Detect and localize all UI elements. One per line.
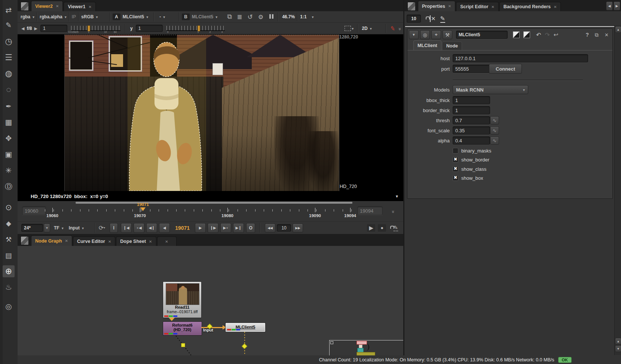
redo-icon[interactable]: ↷ xyxy=(545,31,550,38)
collapse-toolbar-icon[interactable]: » xyxy=(397,27,403,29)
draw-icon[interactable]: ✎ xyxy=(3,20,14,30)
gamma-slider[interactable]: 0 1 2 4 xyxy=(166,26,225,31)
alpha-input[interactable]: 0.4 xyxy=(453,136,490,145)
tab-viewer1[interactable]: Viewer1✕ xyxy=(64,2,95,11)
input-a-select[interactable]: MLClient5 xyxy=(123,14,148,19)
step-field[interactable]: 10 xyxy=(277,224,291,232)
play-backward-button[interactable]: ◀ xyxy=(159,223,170,233)
port-input[interactable]: 55555 xyxy=(453,65,490,73)
node-graph[interactable]: Read11 frame--019071.tiff Reformat6 (HD_… xyxy=(18,246,403,356)
pane-menu-icon[interactable] xyxy=(21,236,29,245)
gain-slider[interactable]: 0.015625 1 10 64 xyxy=(71,26,120,31)
alpha-curve-button[interactable]: ∿ xyxy=(490,136,499,145)
collapse-panel-button[interactable]: ▼ xyxy=(409,30,419,39)
other-nodes-icon[interactable]: ▤ xyxy=(3,250,14,260)
show-class-checkbox[interactable] xyxy=(453,166,458,172)
zoom-level[interactable]: 46.7% xyxy=(282,14,295,19)
prev-frame-button[interactable]: ◀❙ xyxy=(146,223,157,233)
border-thick-input[interactable]: 1 xyxy=(453,106,490,114)
channels-select[interactable]: rgba xyxy=(21,14,34,19)
tab-empty[interactable]: ✕ xyxy=(157,237,177,246)
connect-button[interactable]: Connect xyxy=(489,64,522,74)
binary-masks-checkbox[interactable] xyxy=(453,148,458,154)
tab-viewer2[interactable]: Viewer2✕ xyxy=(31,1,63,11)
playhead-marker[interactable] xyxy=(140,207,146,211)
undo-icon[interactable]: ↶ xyxy=(536,31,541,38)
input-b-badge[interactable]: B xyxy=(182,13,190,20)
show-border-checkbox[interactable] xyxy=(453,157,458,163)
transform-icon[interactable]: ✥ xyxy=(3,133,14,144)
metadata-icon[interactable]: ◆ xyxy=(3,218,14,229)
tab-node-graph[interactable]: Node Graph✕ xyxy=(31,235,72,246)
roi-select-icon[interactable] xyxy=(345,26,351,31)
range-out-field[interactable]: 19094 xyxy=(357,206,383,215)
timeline-collapse-icon[interactable]: » xyxy=(391,210,396,212)
node-reformat6[interactable]: Reformat6 (HD_720) xyxy=(163,321,202,336)
right-scrollbar[interactable]: ▲ ▲ ▼ xyxy=(614,25,621,355)
font-scale-input[interactable]: 0.35 xyxy=(453,126,490,135)
show-box-checkbox[interactable] xyxy=(453,175,458,181)
max-panels-field[interactable]: 10 xyxy=(407,15,421,23)
pixel-aspect[interactable]: 1:1 xyxy=(300,14,306,19)
gizmos-icon[interactable]: ◎ xyxy=(3,301,14,312)
timeline-edit-icon[interactable]: ✎ xyxy=(394,225,398,231)
prev-keyframe-button[interactable]: ∘◀ xyxy=(134,223,144,233)
tab-mlclient[interactable]: MLClient xyxy=(413,40,441,50)
filter-icon[interactable]: ◌ xyxy=(3,84,14,95)
color-swatch-button[interactable] xyxy=(513,31,520,38)
pane-menu-icon[interactable] xyxy=(21,2,29,11)
color-swatch2-button[interactable] xyxy=(523,31,530,38)
gain-input[interactable]: 1 xyxy=(40,25,67,32)
step-forward-button[interactable]: ▶▶ xyxy=(293,223,303,232)
viewer-canvas[interactable]: 1280,720 HD_720 xyxy=(18,34,403,191)
scroll-down-button[interactable]: ▼ xyxy=(615,345,621,352)
goto-start-button[interactable]: ❙◀ xyxy=(121,223,132,233)
air-ml-icon[interactable]: ⊕ xyxy=(3,265,15,277)
node-name-field[interactable]: MLClient5 xyxy=(456,31,508,39)
float-panel-icon[interactable]: ⧉ xyxy=(595,32,599,38)
tab-scroll-left-button[interactable]: ◀ xyxy=(606,1,613,10)
info-caret-icon[interactable]: ▼ xyxy=(395,194,399,198)
render-region-icon[interactable]: ● xyxy=(378,224,386,232)
clear-panels-icon[interactable]: ✕ xyxy=(430,15,436,22)
help-icon[interactable]: ? xyxy=(586,32,589,38)
manage-knobs-button[interactable]: ⚒ xyxy=(443,30,452,39)
close-icon[interactable]: ✕ xyxy=(491,5,494,9)
channel-icon[interactable]: ☰ xyxy=(3,52,14,63)
scroll-up-button[interactable]: ▲ xyxy=(615,26,621,33)
merge-icon[interactable]: ▦ xyxy=(3,117,14,127)
view-mode-select[interactable]: 2D xyxy=(362,26,382,31)
step-back-button[interactable]: ◀◀ xyxy=(265,223,275,232)
color-icon[interactable]: ◍ xyxy=(3,68,14,79)
node-read11[interactable]: Read11 frame--019071.tiff xyxy=(163,281,202,318)
range-source-select[interactable]: Input xyxy=(69,225,91,231)
close-icon[interactable]: ✕ xyxy=(65,239,68,243)
furnace-icon[interactable]: ♨ xyxy=(3,282,14,292)
input-b-select[interactable]: MLClient5 xyxy=(192,14,217,19)
image-io-icon[interactable]: ⇄ xyxy=(3,5,14,15)
sync-viewers-icon[interactable]: ↺ xyxy=(248,13,253,21)
views-icon[interactable]: ⊙ xyxy=(3,202,14,213)
input-a-badge[interactable]: A xyxy=(113,13,120,20)
tab-scroll-right-button[interactable]: ▶ xyxy=(614,1,620,10)
close-icon[interactable]: ✕ xyxy=(448,4,451,8)
thresh-input[interactable]: 0.7 xyxy=(453,116,490,124)
segmented-person[interactable] xyxy=(128,38,206,191)
bbox-thick-input[interactable]: 1 xyxy=(453,96,490,104)
models-select[interactable]: Mask RCNN xyxy=(453,85,528,94)
tf-select[interactable]: TF xyxy=(54,225,64,231)
gamma-input[interactable]: 1 xyxy=(136,25,163,32)
tab-curve-editor[interactable]: Curve Editor✕ xyxy=(73,237,115,246)
goto-end-button[interactable]: ▶❙ xyxy=(233,223,244,233)
tab-properties[interactable]: Properties✕ xyxy=(418,1,455,11)
loop-mode-icon[interactable]: ⟳▾ xyxy=(99,224,105,231)
next-keyframe-button[interactable]: ▶∘ xyxy=(220,223,231,233)
roi-gear-icon[interactable]: ⚙ xyxy=(258,13,263,21)
toolsets-icon[interactable]: ⚒ xyxy=(3,234,14,245)
monitor-output-button[interactable]: ⌖ xyxy=(431,30,441,39)
annotate-pen-icon[interactable]: ✎ xyxy=(390,24,396,32)
play-forward-button[interactable]: ▶ xyxy=(195,223,206,233)
close-panel-icon[interactable]: ✕ xyxy=(605,32,609,38)
revert-icon[interactable]: ↩ xyxy=(554,31,559,38)
prev-stop-icon[interactable]: ◀ xyxy=(21,26,24,31)
